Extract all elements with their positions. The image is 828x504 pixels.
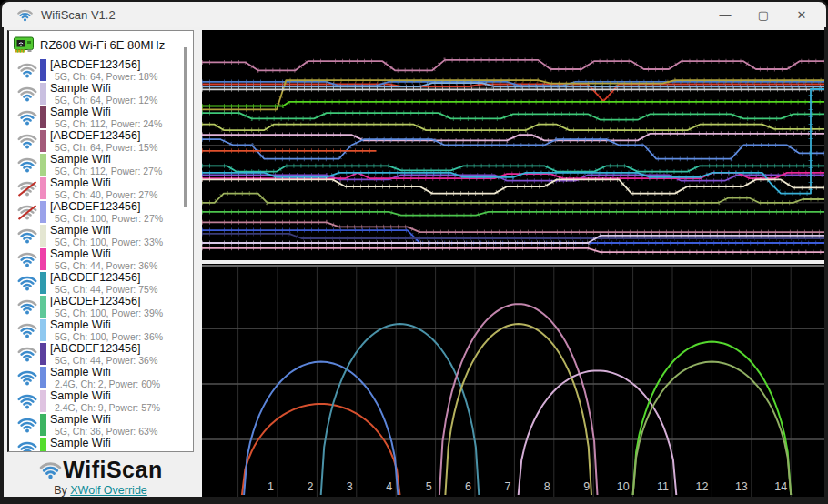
network-detail: 5G, Ch: 36, Power: 63% (55, 427, 157, 437)
channel-axis-label: 13 (735, 480, 748, 493)
network-list-item[interactable]: Sample Wifi5G, Ch: 100, Power: 33% (9, 224, 193, 247)
network-color-bar (40, 248, 46, 270)
network-list-item[interactable]: [ABCDEF123456]5G, Ch: 44, Power: 75% (9, 271, 193, 295)
network-detail: 5G, Ch: 44, Power: 36% (55, 356, 157, 366)
wifi-signal-icon (16, 319, 38, 341)
network-adapter-icon (13, 34, 35, 55)
wifi-signal-icon (16, 59, 38, 81)
network-detail: 5G, Ch: 112, Power: 24% (55, 119, 162, 129)
channel-axis-label: 1 (268, 480, 274, 493)
network-list-item[interactable]: [ABCDEF123456]5G, Ch: 64, Power: 15% (9, 129, 193, 153)
network-color-bar (40, 343, 46, 365)
adapter-name: RZ608 Wi-Fi 6E 80MHz (40, 38, 165, 52)
wifi-signal-icon (16, 154, 38, 176)
network-detail: 5G, Ch: 44, Power: 36% (55, 261, 157, 271)
network-detail: 5G, Ch: 100, Power: 39% (55, 308, 163, 318)
network-color-bar (40, 390, 46, 412)
network-color-bar (40, 438, 46, 452)
network-list-item[interactable]: Sample Wifi5G, Ch: 40, Power: 27% (9, 176, 193, 200)
network-name: Sample Wifi (50, 225, 163, 237)
wifi-signal-icon (16, 83, 38, 105)
app-footer: WifiScan By XWolf Override (7, 457, 194, 497)
minimize-button[interactable]: — (706, 2, 744, 27)
network-detail: 2.4G, Ch: 9, Power: 57% (55, 403, 160, 413)
channel-axis-label: 8 (544, 480, 550, 493)
network-list-item[interactable]: Sample Wifi2.4G, Ch: 9, Power: 57% (9, 389, 193, 413)
network-color-bar (40, 319, 46, 341)
network-detail: 2.4G, Ch: 2, Power: 60% (55, 379, 160, 389)
signal-history-chart (202, 30, 824, 260)
network-name: Sample Wifi (50, 83, 157, 95)
close-button[interactable]: ✕ (783, 2, 821, 27)
channel-usage-chart: 1234567891011121314 (202, 264, 824, 497)
network-detail: 5G, Ch: 64, Power: 15% (55, 143, 157, 153)
author-link[interactable]: XWolf Override (70, 484, 147, 497)
network-color-bar (40, 225, 46, 247)
network-list-item[interactable]: Sample Wifi5G, Ch: 100, Power: 36% (9, 318, 193, 342)
adapter-header[interactable]: RZ608 Wi-Fi 6E 80MHz (9, 31, 193, 58)
network-name: Sample Wifi (50, 154, 162, 166)
network-name: Sample Wifi (50, 390, 160, 402)
network-color-bar (40, 177, 46, 199)
maximize-button[interactable]: ▢ (744, 2, 783, 27)
network-name: [ABCDEF123456] (50, 296, 163, 307)
network-name: [ABCDEF123456] (50, 130, 157, 142)
network-name: [ABCDEF123456] (50, 272, 157, 284)
network-list-item[interactable]: [ABCDEF123456]5G, Ch: 100, Power: 27% (9, 200, 193, 224)
wifi-signal-icon (16, 390, 38, 412)
app-logo-text: WifiScan (63, 457, 162, 483)
wifi-unavailable-icon (16, 177, 38, 199)
network-detail: 5G, Ch: 100, Power: 27% (55, 214, 163, 224)
network-list-item[interactable]: Sample Wifi5G, Ch: 64, Power: 12% (9, 82, 193, 106)
channel-axis-label: 10 (617, 480, 630, 493)
network-list-item[interactable]: [ABCDEF123456]5G, Ch: 44, Power: 36% (9, 342, 193, 366)
channel-axis-label: 6 (465, 480, 471, 493)
wifi-unavailable-icon (16, 201, 38, 223)
wifi-signal-icon (16, 106, 38, 128)
network-name: [ABCDEF123456] (50, 59, 157, 71)
network-name: Sample Wifi (50, 177, 157, 189)
channel-axis-label: 12 (695, 480, 708, 493)
window-body: RZ608 Wi-Fi 6E 80MHz [ABCDEF123456]5G, C… (4, 27, 824, 497)
wifi-signal-icon (16, 272, 38, 294)
network-name: [ABCDEF123456] (50, 343, 157, 355)
wifi-signal-icon (16, 248, 38, 270)
network-detail: 5G, Ch: 64, Power: 18% (55, 72, 157, 82)
wifi-signal-icon (16, 296, 38, 318)
network-list-item[interactable]: [ABCDEF123456]5G, Ch: 64, Power: 18% (9, 58, 193, 82)
network-list-item[interactable]: Sample Wifi5G, Ch: 112, Power: 27% (9, 153, 193, 176)
network-detail: 5G, Ch: 112, Power: 27% (55, 166, 162, 176)
channel-axis-label: 9 (583, 480, 590, 493)
network-name: Sample Wifi (50, 106, 162, 118)
byline: By XWolf Override (7, 484, 194, 497)
network-list-item[interactable]: Sample Wifi2.4G, Ch: 2, Power: 60% (9, 366, 193, 389)
network-detail: 2.4G, Ch: 12, Power: 69% (55, 450, 166, 452)
network-color-bar (40, 272, 46, 294)
wifi-logo-icon (38, 458, 63, 482)
network-list-item[interactable]: [ABCDEF123456]5G, Ch: 100, Power: 39% (9, 295, 193, 318)
channel-axis-label: 5 (426, 480, 432, 493)
network-detail: 5G, Ch: 100, Power: 36% (55, 332, 163, 342)
byline-prefix: By (54, 484, 67, 497)
channel-axis-label: 14 (774, 480, 787, 493)
wifi-signal-icon (16, 225, 38, 247)
network-list-item[interactable]: Sample Wifi5G, Ch: 112, Power: 24% (9, 106, 193, 129)
network-color-bar (40, 130, 46, 152)
wifi-signal-icon (16, 367, 38, 388)
network-name: Sample Wifi (50, 319, 163, 331)
network-name: Sample Wifi (50, 248, 157, 260)
network-color-bar (40, 296, 46, 318)
network-list-item[interactable]: Sample Wifi5G, Ch: 36, Power: 63% (9, 413, 193, 437)
network-list-item[interactable]: Sample Wifi5G, Ch: 44, Power: 36% (9, 247, 193, 271)
title-bar[interactable]: WifiScan V1.2 — ▢ ✕ (2, 2, 826, 27)
network-color-bar (40, 106, 46, 128)
network-list-item[interactable]: Sample Wifi2.4G, Ch: 12, Power: 69% (9, 437, 193, 452)
channel-axis-label: 7 (504, 480, 510, 493)
network-list[interactable]: RZ608 Wi-Fi 6E 80MHz [ABCDEF123456]5G, C… (7, 30, 194, 452)
list-scrollbar[interactable] (184, 47, 187, 207)
network-color-bar (40, 367, 46, 388)
network-name: Sample Wifi (50, 438, 166, 449)
window-title: WifiScan V1.2 (41, 8, 116, 22)
network-color-bar (40, 154, 46, 176)
network-color-bar (40, 201, 46, 223)
